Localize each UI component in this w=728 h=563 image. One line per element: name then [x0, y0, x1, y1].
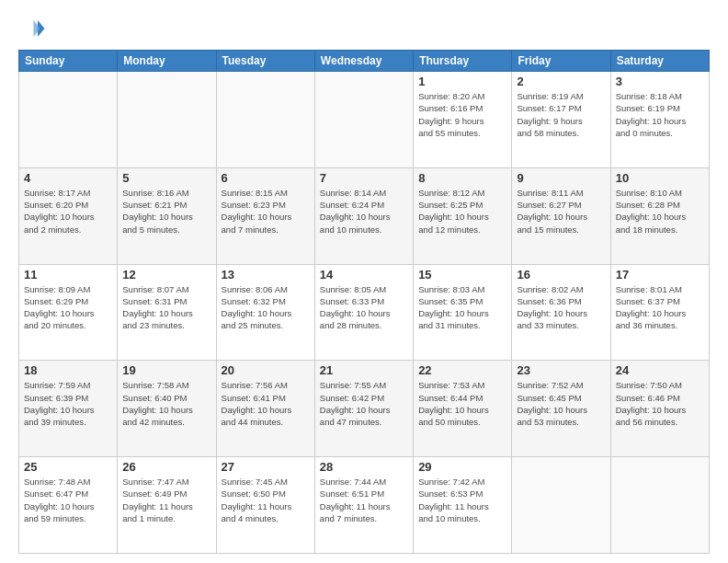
- day-cell: 5Sunrise: 8:16 AM Sunset: 6:21 PM Daylig…: [118, 167, 216, 264]
- day-number: 17: [616, 268, 704, 282]
- day-info: Sunrise: 8:03 AM Sunset: 6:35 PM Dayligh…: [418, 283, 506, 332]
- day-number: 6: [222, 171, 310, 185]
- day-info: Sunrise: 7:52 AM Sunset: 6:45 PM Dayligh…: [517, 379, 605, 428]
- day-number: 18: [24, 363, 112, 377]
- day-number: 11: [24, 268, 112, 282]
- day-info: Sunrise: 7:56 AM Sunset: 6:41 PM Dayligh…: [222, 379, 310, 428]
- day-cell: 19Sunrise: 7:58 AM Sunset: 6:40 PM Dayli…: [118, 361, 216, 457]
- header: [18, 15, 710, 42]
- day-info: Sunrise: 7:44 AM Sunset: 6:51 PM Dayligh…: [320, 476, 408, 524]
- col-header-saturday: Saturday: [610, 51, 709, 72]
- day-info: Sunrise: 8:11 AM Sunset: 6:27 PM Dayligh…: [517, 187, 605, 236]
- day-cell: 11Sunrise: 8:09 AM Sunset: 6:29 PM Dayli…: [19, 264, 118, 361]
- day-info: Sunrise: 8:02 AM Sunset: 6:36 PM Dayligh…: [517, 283, 605, 332]
- day-info: Sunrise: 7:58 AM Sunset: 6:40 PM Dayligh…: [122, 379, 210, 428]
- day-cell: [118, 72, 216, 168]
- col-header-wednesday: Wednesday: [314, 51, 413, 72]
- day-number: 16: [517, 268, 605, 282]
- logo: [18, 15, 50, 42]
- day-number: 7: [320, 171, 408, 185]
- day-cell: [512, 457, 610, 554]
- day-info: Sunrise: 7:42 AM Sunset: 6:53 PM Dayligh…: [418, 476, 506, 524]
- day-number: 15: [418, 268, 506, 282]
- day-cell: 6Sunrise: 8:15 AM Sunset: 6:23 PM Daylig…: [216, 167, 314, 264]
- day-cell: 1Sunrise: 8:20 AM Sunset: 6:16 PM Daylig…: [414, 72, 512, 168]
- day-cell: 29Sunrise: 7:42 AM Sunset: 6:53 PM Dayli…: [414, 457, 512, 554]
- day-cell: 21Sunrise: 7:55 AM Sunset: 6:42 PM Dayli…: [314, 361, 413, 457]
- day-info: Sunrise: 8:07 AM Sunset: 6:31 PM Dayligh…: [122, 283, 210, 332]
- day-cell: [610, 457, 709, 554]
- day-cell: 8Sunrise: 8:12 AM Sunset: 6:25 PM Daylig…: [414, 167, 512, 264]
- day-number: 19: [122, 363, 210, 377]
- day-number: 9: [517, 171, 605, 185]
- day-cell: 10Sunrise: 8:10 AM Sunset: 6:28 PM Dayli…: [610, 167, 709, 264]
- day-cell: 26Sunrise: 7:47 AM Sunset: 6:49 PM Dayli…: [118, 457, 216, 554]
- day-cell: 4Sunrise: 8:17 AM Sunset: 6:20 PM Daylig…: [19, 167, 118, 264]
- day-number: 21: [320, 363, 408, 377]
- day-info: Sunrise: 8:06 AM Sunset: 6:32 PM Dayligh…: [222, 283, 310, 332]
- day-cell: 2Sunrise: 8:19 AM Sunset: 6:17 PM Daylig…: [512, 72, 610, 168]
- week-row-5: 25Sunrise: 7:48 AM Sunset: 6:47 PM Dayli…: [19, 457, 710, 554]
- day-number: 3: [616, 75, 704, 88]
- day-cell: 20Sunrise: 7:56 AM Sunset: 6:41 PM Dayli…: [216, 361, 314, 457]
- day-info: Sunrise: 8:18 AM Sunset: 6:19 PM Dayligh…: [616, 90, 704, 139]
- day-info: Sunrise: 7:59 AM Sunset: 6:39 PM Dayligh…: [24, 379, 112, 428]
- day-info: Sunrise: 8:17 AM Sunset: 6:20 PM Dayligh…: [24, 187, 112, 236]
- week-row-1: 1Sunrise: 8:20 AM Sunset: 6:16 PM Daylig…: [19, 72, 710, 168]
- day-cell: [216, 72, 314, 168]
- day-number: 27: [222, 460, 310, 474]
- day-info: Sunrise: 8:01 AM Sunset: 6:37 PM Dayligh…: [616, 283, 704, 332]
- day-number: 29: [418, 460, 506, 474]
- day-number: 12: [122, 268, 210, 282]
- calendar-table: SundayMondayTuesdayWednesdayThursdayFrid…: [18, 50, 710, 554]
- day-cell: 17Sunrise: 8:01 AM Sunset: 6:37 PM Dayli…: [610, 264, 709, 361]
- day-number: 5: [122, 171, 210, 185]
- day-cell: 13Sunrise: 8:06 AM Sunset: 6:32 PM Dayli…: [216, 264, 314, 361]
- day-cell: 16Sunrise: 8:02 AM Sunset: 6:36 PM Dayli…: [512, 264, 610, 361]
- day-cell: 14Sunrise: 8:05 AM Sunset: 6:33 PM Dayli…: [314, 264, 413, 361]
- day-cell: 12Sunrise: 8:07 AM Sunset: 6:31 PM Dayli…: [118, 264, 216, 361]
- day-number: 25: [24, 460, 112, 474]
- day-number: 8: [418, 171, 506, 185]
- col-header-thursday: Thursday: [414, 51, 512, 72]
- day-info: Sunrise: 8:15 AM Sunset: 6:23 PM Dayligh…: [222, 187, 310, 236]
- day-number: 2: [517, 75, 605, 88]
- day-cell: 28Sunrise: 7:44 AM Sunset: 6:51 PM Dayli…: [314, 457, 413, 554]
- day-cell: 7Sunrise: 8:14 AM Sunset: 6:24 PM Daylig…: [314, 167, 413, 264]
- col-header-monday: Monday: [118, 51, 216, 72]
- day-number: 1: [418, 75, 506, 88]
- day-cell: 18Sunrise: 7:59 AM Sunset: 6:39 PM Dayli…: [19, 361, 118, 457]
- col-header-sunday: Sunday: [19, 51, 118, 72]
- week-row-2: 4Sunrise: 8:17 AM Sunset: 6:20 PM Daylig…: [19, 167, 710, 264]
- day-number: 20: [222, 363, 310, 377]
- day-info: Sunrise: 8:05 AM Sunset: 6:33 PM Dayligh…: [320, 283, 408, 332]
- col-header-friday: Friday: [512, 51, 610, 72]
- day-number: 28: [320, 460, 408, 474]
- day-info: Sunrise: 8:14 AM Sunset: 6:24 PM Dayligh…: [320, 187, 408, 236]
- day-cell: 22Sunrise: 7:53 AM Sunset: 6:44 PM Dayli…: [414, 361, 512, 457]
- day-info: Sunrise: 8:19 AM Sunset: 6:17 PM Dayligh…: [517, 90, 605, 139]
- day-number: 14: [320, 268, 408, 282]
- day-info: Sunrise: 8:10 AM Sunset: 6:28 PM Dayligh…: [616, 187, 704, 236]
- day-info: Sunrise: 7:47 AM Sunset: 6:49 PM Dayligh…: [122, 476, 210, 524]
- day-cell: 27Sunrise: 7:45 AM Sunset: 6:50 PM Dayli…: [216, 457, 314, 554]
- day-number: 26: [122, 460, 210, 474]
- day-cell: 3Sunrise: 8:18 AM Sunset: 6:19 PM Daylig…: [610, 72, 709, 168]
- day-info: Sunrise: 7:53 AM Sunset: 6:44 PM Dayligh…: [418, 379, 506, 428]
- day-info: Sunrise: 8:09 AM Sunset: 6:29 PM Dayligh…: [24, 283, 112, 332]
- day-info: Sunrise: 8:12 AM Sunset: 6:25 PM Dayligh…: [418, 187, 506, 236]
- day-info: Sunrise: 7:50 AM Sunset: 6:46 PM Dayligh…: [616, 379, 704, 428]
- day-info: Sunrise: 7:45 AM Sunset: 6:50 PM Dayligh…: [222, 476, 310, 524]
- day-info: Sunrise: 7:48 AM Sunset: 6:47 PM Dayligh…: [24, 476, 112, 524]
- day-number: 10: [616, 171, 704, 185]
- day-info: Sunrise: 8:20 AM Sunset: 6:16 PM Dayligh…: [418, 90, 506, 139]
- day-cell: [19, 72, 118, 168]
- logo-icon: [18, 15, 46, 42]
- day-info: Sunrise: 7:55 AM Sunset: 6:42 PM Dayligh…: [320, 379, 408, 428]
- day-cell: 15Sunrise: 8:03 AM Sunset: 6:35 PM Dayli…: [414, 264, 512, 361]
- page: SundayMondayTuesdayWednesdayThursdayFrid…: [0, 0, 728, 563]
- day-number: 23: [517, 363, 605, 377]
- day-cell: 23Sunrise: 7:52 AM Sunset: 6:45 PM Dayli…: [512, 361, 610, 457]
- day-info: Sunrise: 8:16 AM Sunset: 6:21 PM Dayligh…: [122, 187, 210, 236]
- week-row-4: 18Sunrise: 7:59 AM Sunset: 6:39 PM Dayli…: [19, 361, 710, 457]
